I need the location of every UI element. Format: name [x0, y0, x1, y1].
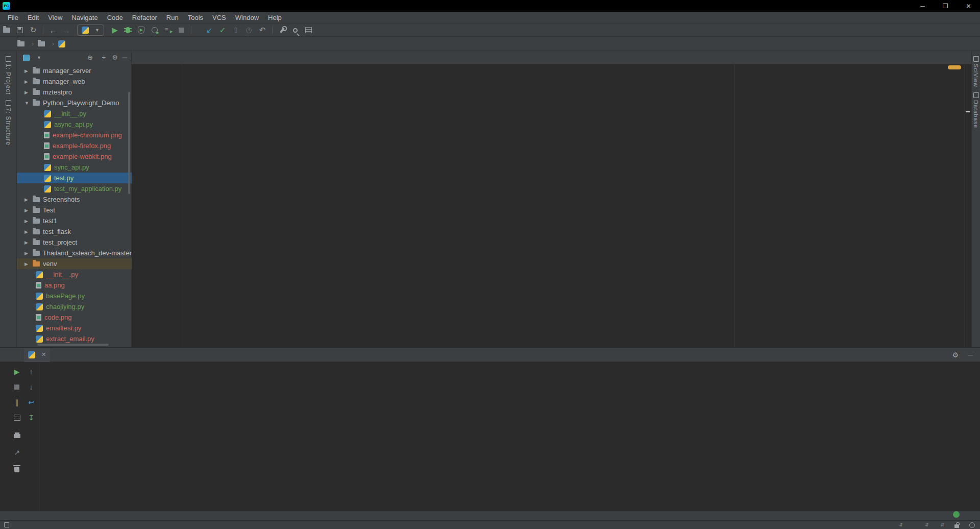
- chevron-collapsed-icon[interactable]: ▶: [24, 197, 30, 202]
- editor-error-stripe[interactable]: [964, 64, 971, 347]
- menu-edit[interactable]: Edit: [23, 14, 43, 21]
- menu-tools[interactable]: Tools: [183, 14, 208, 21]
- down-stack-trace-icon[interactable]: ↓: [26, 381, 37, 393]
- pause-icon[interactable]: ∥: [11, 397, 22, 408]
- stripe-button-1-project[interactable]: 1: Project: [0, 56, 16, 95]
- menu-vcs[interactable]: VCS: [208, 14, 231, 21]
- soft-wrap-icon[interactable]: ↩: [26, 397, 37, 408]
- stop-icon[interactable]: [175, 25, 188, 36]
- line-ending-widget[interactable]: ⇵: [897, 522, 903, 527]
- open-icon[interactable]: [0, 25, 13, 36]
- menu-code[interactable]: Code: [103, 14, 128, 21]
- tree-item-test-project[interactable]: ▶test_project: [17, 237, 132, 248]
- debug-icon[interactable]: [121, 25, 135, 36]
- rerun-icon[interactable]: ▶: [11, 366, 22, 377]
- back-icon[interactable]: ←: [46, 25, 60, 36]
- hide-panel-icon[interactable]: ─: [122, 54, 127, 61]
- stripe-button-7-structure[interactable]: 7: Structure: [0, 100, 16, 146]
- tree-item-example-firefox-png[interactable]: example-firefox.png: [17, 140, 132, 151]
- tree-item-manager-server[interactable]: ▶manager_server: [17, 65, 132, 76]
- maximize-button[interactable]: ❐: [934, 0, 957, 12]
- stripe-button-database[interactable]: Database: [972, 92, 980, 128]
- concurrency-diagram-icon[interactable]: [161, 25, 175, 36]
- menu-help[interactable]: Help: [263, 14, 286, 21]
- wrench-icon[interactable]: [276, 25, 289, 36]
- chevron-collapsed-icon[interactable]: ▶: [24, 208, 30, 213]
- chevron-collapsed-icon[interactable]: ▶: [24, 90, 30, 95]
- toolwindow-switcher-icon[interactable]: [4, 522, 9, 527]
- tree-item-code-png[interactable]: code.png: [17, 312, 132, 323]
- history-icon[interactable]: [242, 25, 256, 36]
- git-branch-widget[interactable]: ⇵: [939, 522, 944, 527]
- tree-item-init-py[interactable]: __init__.py: [17, 108, 132, 119]
- tree-item-test-py[interactable]: test.py: [17, 173, 132, 183]
- minimize-button[interactable]: ─: [911, 0, 934, 12]
- chevron-collapsed-icon[interactable]: ▶: [24, 261, 30, 267]
- chevron-collapsed-icon[interactable]: ▶: [24, 79, 30, 84]
- tree-item-screenshots[interactable]: ▶Screenshots: [17, 194, 132, 205]
- tree-item-basepage-py[interactable]: basePage.py: [17, 291, 132, 301]
- menu-refactor[interactable]: Refactor: [128, 14, 162, 21]
- reader-mode-icon[interactable]: [969, 522, 975, 528]
- tree-item-test1[interactable]: ▶test1: [17, 215, 132, 226]
- breadcrumb-item-folder[interactable]: [38, 41, 48, 46]
- search-everywhere-icon[interactable]: [289, 25, 302, 36]
- tree-item-test[interactable]: ▶Test: [17, 205, 132, 215]
- tree-item-init-py[interactable]: __init__.py: [17, 269, 132, 280]
- tree-item-async-api-py[interactable]: async_api.py: [17, 119, 132, 130]
- chevron-collapsed-icon[interactable]: ▶: [24, 229, 30, 234]
- tree-item-test-my-application-py[interactable]: test_my_application.py: [17, 183, 132, 194]
- sync-icon[interactable]: ↻: [27, 25, 40, 36]
- commit-icon[interactable]: ✓: [216, 25, 229, 36]
- tree-item-thailand-xsteach-dev-master[interactable]: ▶Thailand_xsteach_dev-master: [17, 248, 132, 258]
- run-tab[interactable]: ✕: [24, 348, 50, 362]
- profiler-icon[interactable]: [148, 25, 161, 36]
- tree-item-chaojiying-py[interactable]: chaojiying.py: [17, 301, 132, 312]
- chevron-collapsed-icon[interactable]: ▶: [24, 68, 30, 74]
- status-message[interactable]: [4, 522, 13, 527]
- print-icon[interactable]: [11, 429, 22, 441]
- clear-console-icon[interactable]: [11, 463, 22, 474]
- tree-item-venv[interactable]: ▶venv: [17, 258, 132, 269]
- list-settings-icon[interactable]: [302, 25, 315, 36]
- tree-item-mztestpro[interactable]: ▶mztestpro: [17, 87, 132, 98]
- chevron-collapsed-icon[interactable]: ▶: [24, 251, 30, 256]
- tree-item-python-playwright-demo[interactable]: ▼Python_Playwright_Demo: [17, 98, 132, 108]
- pin-icon[interactable]: ↗: [11, 447, 22, 458]
- tree-item-example-webkit-png[interactable]: example-webkit.png: [17, 151, 132, 162]
- tree-item-manager-web[interactable]: ▶manager_web: [17, 76, 132, 87]
- inspection-status-widget[interactable]: [948, 65, 961, 69]
- collapse-all-icon[interactable]: ÷: [102, 54, 106, 61]
- project-horizontal-scrollbar[interactable]: [37, 344, 109, 346]
- close-icon[interactable]: ✕: [41, 351, 46, 358]
- close-button[interactable]: ✕: [957, 0, 980, 12]
- lock-icon[interactable]: [954, 524, 959, 528]
- menu-window[interactable]: Window: [231, 14, 263, 21]
- gear-icon[interactable]: ⚙: [952, 351, 959, 359]
- indent-widget[interactable]: ⇵: [923, 522, 929, 527]
- breadcrumb-item-file[interactable]: [58, 40, 68, 47]
- run-coverage-icon[interactable]: ▶: [135, 25, 148, 36]
- menu-view[interactable]: View: [43, 14, 67, 21]
- run-configuration-select[interactable]: ▼: [77, 25, 104, 36]
- tree-item-test-flask[interactable]: ▶test_flask: [17, 226, 132, 237]
- save-all-icon[interactable]: [13, 25, 27, 36]
- breadcrumb-item-project[interactable]: [17, 41, 28, 46]
- push-icon[interactable]: ⇧: [229, 25, 242, 36]
- chevron-collapsed-icon[interactable]: ▶: [24, 219, 30, 224]
- menu-navigate[interactable]: Navigate: [67, 14, 102, 21]
- update-project-icon[interactable]: ↙: [203, 25, 216, 36]
- editor-body[interactable]: [132, 64, 971, 347]
- tree-item-aa-png[interactable]: aa.png: [17, 280, 132, 291]
- project-vertical-scrollbar[interactable]: [128, 92, 130, 194]
- chevron-collapsed-icon[interactable]: ▶: [24, 240, 30, 245]
- menu-file[interactable]: File: [3, 14, 23, 21]
- restore-layout-icon[interactable]: [11, 412, 22, 423]
- up-stack-trace-icon[interactable]: ↑: [26, 366, 37, 377]
- run-button[interactable]: ▶: [108, 25, 121, 36]
- hide-panel-icon[interactable]: ─: [968, 351, 973, 359]
- forward-icon[interactable]: →: [60, 25, 73, 36]
- chevron-expanded-icon[interactable]: ▼: [24, 101, 30, 106]
- event-log-button[interactable]: [953, 511, 963, 518]
- menu-run[interactable]: Run: [162, 14, 183, 21]
